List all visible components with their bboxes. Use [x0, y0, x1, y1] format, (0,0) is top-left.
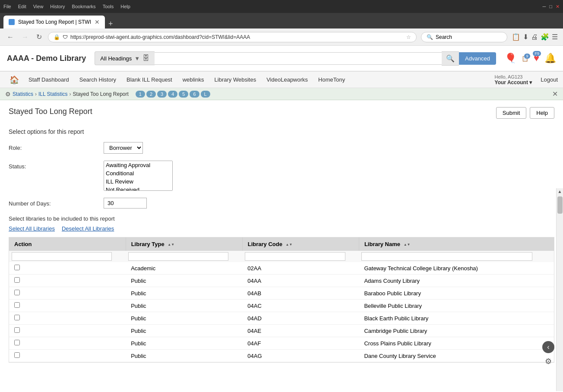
breadcrumb-tab-3[interactable]: 3 [157, 91, 167, 98]
breadcrumb-tab-6[interactable]: 6 [190, 91, 199, 98]
breadcrumb-close-btn[interactable]: ✕ [552, 90, 558, 98]
submit-button[interactable]: Submit [496, 107, 526, 119]
browser-tab-active[interactable]: Stayed Too Long Report | STWI ✕ [3, 16, 105, 28]
address-bar: ← → ↻ 🔒 🛡 https://preprod-stwi-agent.aut… [0, 28, 563, 46]
bookmark-star-icon[interactable]: ☆ [406, 34, 411, 40]
libraries-table: Action Library Type ▲▼ Library Code ▲▼ L… [9, 237, 554, 362]
app-header: AAAA - Demo Library All Headings ▼ 🗄 🔍 A… [0, 46, 563, 72]
row-checkbox-5[interactable] [14, 327, 20, 333]
heart-badge: F9 [533, 51, 541, 56]
breadcrumb-statistics[interactable]: Statistics [13, 91, 33, 97]
col-library-code[interactable]: Library Code ▲▼ [242, 237, 359, 251]
menu-view[interactable]: View [33, 4, 44, 9]
filter-row [9, 251, 554, 262]
forward-nav-btn[interactable]: → [20, 32, 30, 43]
filter-name[interactable] [361, 252, 532, 261]
menu-tools[interactable]: Tools [103, 4, 114, 9]
col-library-name[interactable]: Library Name ▲▼ [359, 237, 554, 251]
nav-staff-dashboard[interactable]: Staff Dashboard [23, 73, 74, 86]
days-row: Number of Days: 30 [9, 198, 554, 209]
account-name[interactable]: Your Account ▾ [495, 79, 532, 85]
menu-help[interactable]: Help [120, 4, 130, 9]
heading-dropdown[interactable]: All Headings ▼ 🗄 [95, 51, 155, 65]
status-listbox[interactable]: Awaiting Approval Conditional ILL Review… [104, 161, 173, 191]
breadcrumb-tabs: 1 2 3 4 5 6 L [136, 91, 210, 98]
breadcrumb-tab-1[interactable]: 1 [136, 91, 145, 98]
scroll-up-arrow[interactable]: ▲ [557, 188, 563, 195]
select-all-link[interactable]: Select All Libraries [9, 225, 55, 232]
breadcrumb-tab-4[interactable]: 4 [168, 91, 177, 98]
download-icon[interactable]: ⬇ [523, 33, 528, 41]
row-checkbox-4[interactable] [14, 315, 20, 320]
nav-search-history[interactable]: Search History [74, 73, 121, 86]
breadcrumb-tab-2[interactable]: 2 [146, 91, 156, 98]
row-checkbox-7[interactable] [14, 352, 20, 358]
search-icon: 🔍 [427, 34, 433, 40]
new-tab-btn[interactable]: + [108, 19, 113, 28]
menu-history[interactable]: History [50, 4, 65, 9]
table-row: Public 04AA Adams County Library [9, 275, 554, 287]
reload-btn[interactable]: ↻ [35, 31, 44, 43]
logout-link[interactable]: Logout [541, 76, 558, 83]
bookmark-list-icon[interactable]: 📋 [512, 33, 520, 41]
nav-weblinks[interactable]: weblinks [177, 73, 209, 86]
filter-action[interactable] [12, 252, 112, 261]
role-row: Role: Borrower Lender [9, 142, 554, 154]
help-button[interactable]: Help [530, 107, 554, 119]
cell-name-0: Gateway Technical College Library (Kenos… [359, 262, 554, 275]
nav-blank-ill[interactable]: Blank ILL Request [121, 73, 177, 86]
back-button[interactable]: ‹ [542, 341, 554, 353]
search-input[interactable] [155, 52, 442, 65]
menu-bookmarks[interactable]: Bookmarks [72, 4, 96, 9]
browser-search-bar[interactable]: 🔍 Search [421, 32, 507, 42]
cell-action-4 [9, 312, 126, 325]
print-icon[interactable]: 🖨 [531, 33, 538, 41]
days-input[interactable]: 30 [104, 198, 147, 209]
col-library-type[interactable]: Library Type ▲▼ [126, 237, 242, 251]
row-checkbox-2[interactable] [14, 290, 20, 295]
back-nav-btn[interactable]: ← [5, 32, 16, 43]
breadcrumb-tab-L[interactable]: L [201, 91, 210, 98]
maximize-btn[interactable]: □ [549, 4, 552, 9]
row-checkbox-0[interactable] [14, 265, 20, 270]
role-dropdown[interactable]: Borrower Lender [104, 142, 143, 154]
breadcrumb-home-icon: ⚙ [5, 91, 11, 98]
cell-action-0 [9, 262, 126, 275]
close-btn[interactable]: ✕ [556, 4, 560, 9]
menu-edit[interactable]: Edit [18, 4, 26, 9]
url-bar[interactable]: 🔒 🛡 https://preprod-stwi-agent.auto-grap… [48, 32, 417, 42]
breadcrumb-tab-5[interactable]: 5 [179, 91, 188, 98]
row-checkbox-3[interactable] [14, 302, 20, 308]
row-checkbox-1[interactable] [14, 277, 20, 283]
nav-hometony[interactable]: HomeTony [313, 73, 350, 86]
nav-items: 🏠 Staff Dashboard Search History Blank I… [5, 73, 350, 87]
cell-action-1 [9, 275, 126, 287]
menu-icon[interactable]: ☰ [552, 33, 558, 41]
deselect-all-link[interactable]: Deselect All Libraries [62, 225, 114, 232]
cell-type-4: Public [126, 312, 242, 325]
tab-close-btn[interactable]: ✕ [95, 19, 100, 25]
extension-icon[interactable]: 🧩 [541, 33, 549, 41]
heading-dropdown-label: All Headings [100, 55, 132, 62]
bell-icon[interactable]: 🔔 [544, 53, 556, 64]
heart-icon-badge[interactable]: ♥ F9 [534, 53, 539, 64]
scrollbar[interactable]: ▲ ▼ [556, 188, 563, 391]
advanced-search-button[interactable]: Advanced [459, 52, 496, 65]
list-icon-badge[interactable]: 📋 9 [522, 55, 528, 62]
dropdown-arrow-icon: ▼ [134, 55, 140, 62]
gear-button[interactable]: ⚙ [545, 357, 552, 366]
breadcrumb-ill-statistics[interactable]: ILL Statistics [38, 91, 68, 97]
row-checkbox-6[interactable] [14, 340, 20, 345]
shield-icon: 🛡 [63, 34, 68, 40]
filter-type[interactable] [128, 252, 228, 261]
minimize-btn[interactable]: ─ [543, 4, 546, 9]
menu-file[interactable]: File [3, 4, 11, 9]
nav-videoleapworks[interactable]: VideoLeapworks [261, 73, 313, 86]
home-nav-btn[interactable]: 🏠 [5, 73, 23, 87]
table-row: Public 04AG Dane County Library Service [9, 350, 554, 362]
scroll-thumb[interactable] [557, 196, 563, 214]
filter-code[interactable] [245, 252, 345, 261]
hello-text: Hello, AG123 [495, 74, 532, 79]
search-button[interactable]: 🔍 [442, 51, 459, 66]
nav-library-websites[interactable]: Library Websites [209, 73, 262, 86]
